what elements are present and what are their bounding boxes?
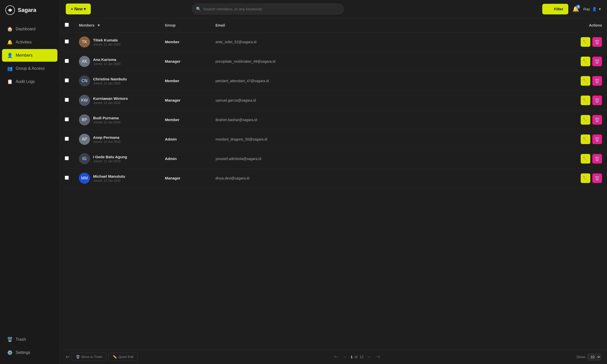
edit-button[interactable]: ✏️	[581, 37, 590, 47]
email-text: samuel.garcía@sagara.id	[215, 98, 256, 102]
member-joined: Joined: 12 Jan 2020	[93, 101, 128, 105]
row-checkbox[interactable]	[65, 137, 69, 141]
select-all-header	[60, 18, 74, 32]
edit-button[interactable]: ✏️	[581, 57, 590, 66]
actions-cell: ✏️ 🗑️	[576, 149, 607, 169]
group-badge: Member	[165, 79, 180, 83]
edit-button[interactable]: ✏️	[581, 76, 590, 86]
group-cell: Manager	[160, 169, 210, 188]
group-badge: Member	[165, 118, 180, 122]
sidebar-item-label: Trash	[16, 337, 26, 342]
user-icon: 👤	[7, 53, 13, 58]
avatar: BP	[79, 114, 90, 125]
filter-button[interactable]: ⚡ Filter	[542, 4, 569, 14]
email-text: youssef.adimbola@sagara.id	[215, 157, 261, 161]
row-checkbox[interactable]	[65, 156, 69, 160]
member-joined: Joined: 12 Jan 2020	[93, 62, 120, 66]
row-checkbox[interactable]	[65, 39, 69, 43]
member-cell: MM Michael Manututu Joined: 12 Jan 2020	[74, 169, 160, 188]
edit-button[interactable]: ✏️	[581, 134, 590, 144]
sort-icon: ▼	[97, 23, 100, 27]
footer-right: Show 10 25 50	[576, 353, 601, 360]
edit-button[interactable]: ✏️	[581, 173, 590, 183]
email-text: precipitate_moldmaker_49@sagara.id	[215, 59, 275, 63]
avatar: TK	[79, 36, 90, 48]
row-checkbox-cell	[60, 130, 74, 149]
show-count-select[interactable]: 10 25 50	[587, 353, 601, 360]
delete-button[interactable]: 🗑️	[592, 96, 602, 105]
group-badge: Manager	[165, 59, 181, 63]
avatar: MM	[79, 173, 90, 184]
edit-button[interactable]: ✏️	[581, 154, 590, 164]
delete-button[interactable]: 🗑️	[592, 37, 602, 47]
back-button[interactable]: ↩	[66, 354, 70, 360]
row-checkbox[interactable]	[65, 117, 69, 121]
search-input[interactable]	[192, 4, 344, 14]
table-row: CN Christine Nambulu Joined: 12 Jan 2020…	[60, 71, 607, 91]
sidebar-item-trash[interactable]: 🗑️ Trash	[2, 333, 57, 346]
move-to-trash-button[interactable]: 🗑️ Move to Trash	[72, 353, 106, 361]
delete-button[interactable]: 🗑️	[592, 173, 602, 183]
email-cell: ibrahim.bashar@sagara.id	[210, 110, 576, 130]
footer-left: ↩ 🗑️ Move to Trash ✏️ Quick Edit	[66, 353, 138, 361]
select-all-checkbox[interactable]	[65, 23, 69, 27]
row-checkbox[interactable]	[65, 98, 69, 102]
row-checkbox[interactable]	[65, 59, 69, 63]
next-page-button[interactable]: →	[365, 354, 373, 360]
member-joined: Joined: 12 Jan 2020	[93, 121, 120, 124]
email-cell: mordant_dragons_50@sagara.id	[210, 130, 576, 149]
delete-button[interactable]: 🗑️	[592, 115, 602, 125]
first-page-button[interactable]: ⊢	[333, 353, 339, 360]
delete-button[interactable]: 🗑️	[592, 134, 602, 144]
email-cell: divya.devi@sagara.id	[210, 169, 576, 188]
total-pages: 12	[360, 355, 364, 359]
edit-icon: ✏️	[113, 355, 117, 359]
member-joined: Joined: 12 Jan 2020	[93, 179, 125, 183]
notification-button[interactable]: 🔔 8	[572, 6, 579, 12]
group-cell: Member	[160, 71, 210, 91]
actions-cell: ✏️ 🗑️	[576, 32, 607, 52]
row-checkbox-cell	[60, 52, 74, 71]
chevron-down-icon: ▾	[599, 7, 601, 11]
sidebar-bottom: 🗑️ Trash ⚙️ Settings	[0, 333, 59, 359]
last-page-button[interactable]: ⊣	[375, 353, 381, 360]
member-cell: KW Kurniawan Wintoro Joined: 12 Jan 2020	[74, 91, 160, 110]
delete-button[interactable]: 🗑️	[592, 76, 602, 86]
delete-button[interactable]: 🗑️	[592, 154, 602, 164]
edit-button[interactable]: ✏️	[581, 115, 590, 125]
new-button[interactable]: + New ▾	[66, 4, 91, 14]
row-checkbox[interactable]	[65, 176, 69, 180]
group-cell: Manager	[160, 52, 210, 71]
sidebar-item-group-access[interactable]: 👥 Group & Access	[2, 62, 57, 75]
username: Ray	[583, 7, 590, 11]
sidebar-item-label: Members	[16, 53, 33, 58]
user-menu[interactable]: Ray 👤 ▾	[583, 7, 601, 11]
actions-cell: ✏️ 🗑️	[576, 71, 607, 91]
sidebar-item-activities[interactable]: 🔔 Activities	[2, 36, 57, 49]
sidebar-item-audit-logs[interactable]: 📋 Audit Logs	[2, 75, 57, 88]
main-content: + New ▾ 🔍 ⚡ Filter 🔔 8 Ray 👤 ▾	[60, 0, 607, 364]
quick-edit-button[interactable]: ✏️ Quick Edit	[109, 353, 138, 361]
col-members: Members ▼	[74, 18, 160, 32]
row-checkbox[interactable]	[65, 78, 69, 82]
member-joined: Joined: 12 Jan 2020	[93, 82, 127, 85]
group-badge: Manager	[165, 98, 181, 102]
prev-page-button[interactable]: ←	[341, 354, 349, 360]
sidebar-item-members[interactable]: 👤 Members	[2, 49, 57, 62]
member-name: Michael Manututu	[93, 174, 125, 178]
avatar: IG	[79, 153, 90, 164]
sidebar-item-dashboard[interactable]: 🏠 Dashboard	[2, 23, 57, 35]
group-cell: Member	[160, 32, 210, 52]
member-name: Titiek Kumala	[93, 38, 120, 42]
show-label: Show	[576, 355, 585, 359]
search-bar: 🔍	[192, 4, 344, 14]
logo-text: Sagara	[18, 7, 36, 13]
row-checkbox-cell	[60, 71, 74, 91]
bell-icon: 🔔	[7, 39, 13, 45]
edit-button[interactable]: ✏️	[581, 96, 590, 105]
sidebar-item-settings[interactable]: ⚙️ Settings	[2, 346, 57, 359]
delete-button[interactable]: 🗑️	[592, 57, 602, 66]
avatar: KW	[79, 95, 90, 106]
members-table: Members ▼ Group Email Actions TK Titiek …	[60, 18, 607, 188]
member-name: Budi Purnama	[93, 116, 120, 120]
